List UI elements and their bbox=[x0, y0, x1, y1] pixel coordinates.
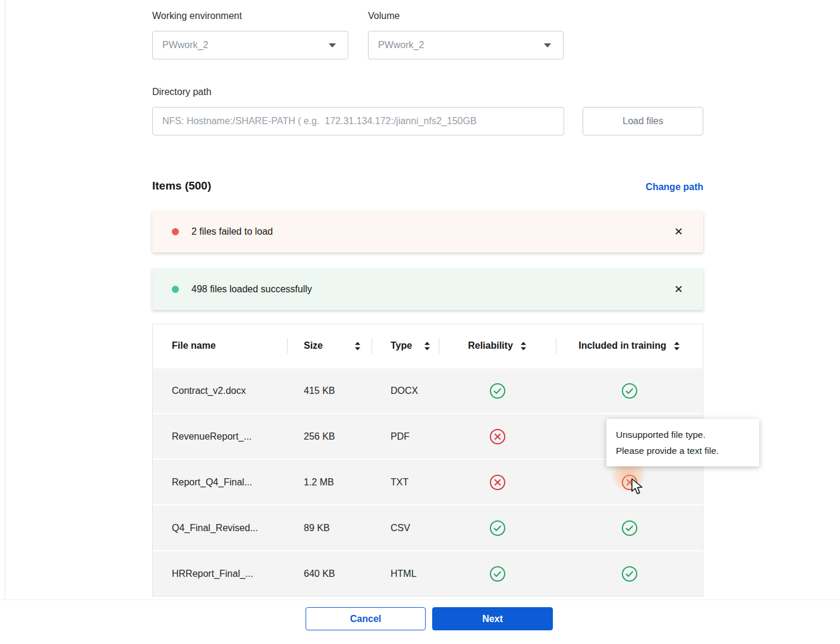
cross-circle-icon bbox=[489, 474, 506, 491]
panel-left-edge bbox=[5, 0, 5, 601]
tooltip-line-1: Unsupported file type. bbox=[616, 427, 750, 443]
directory-path-label: Directory path bbox=[152, 87, 212, 97]
column-header-included-in-training[interactable]: Included in training bbox=[556, 324, 703, 367]
working-environment-select[interactable]: PWwork_2 bbox=[152, 31, 348, 59]
error-banner-text: 2 files failed to load bbox=[191, 226, 273, 237]
error-banner: 2 files failed to load ✕ bbox=[152, 211, 703, 252]
sort-icon[interactable] bbox=[424, 342, 430, 351]
mouse-cursor bbox=[631, 478, 646, 498]
included-in-training-cell[interactable] bbox=[556, 368, 703, 413]
volume-value: PWwork_2 bbox=[378, 40, 424, 50]
column-label: Included in training bbox=[578, 340, 666, 351]
chevron-down-icon bbox=[544, 43, 551, 48]
footer: Cancel Next bbox=[0, 600, 840, 644]
working-environment-value: PWwork_2 bbox=[162, 40, 208, 50]
file-name-cell: Contract_v2.docx bbox=[153, 368, 287, 413]
error-dot-icon bbox=[172, 228, 179, 235]
next-button[interactable]: Next bbox=[432, 607, 553, 630]
sort-icon[interactable] bbox=[520, 342, 527, 351]
items-count-title: Items (500) bbox=[152, 179, 211, 192]
success-banner-text: 498 files loaded successfully bbox=[191, 284, 312, 295]
tooltip-line-2: Please provide a text file. bbox=[616, 443, 750, 459]
column-header-size[interactable]: Size bbox=[287, 324, 372, 367]
size-cell: 1.2 MB bbox=[287, 460, 372, 504]
type-cell: PDF bbox=[372, 414, 439, 459]
reliability-cell[interactable] bbox=[439, 506, 556, 550]
volume-select[interactable]: PWwork_2 bbox=[368, 31, 564, 59]
volume-label: Volume bbox=[368, 11, 399, 21]
check-circle-icon bbox=[621, 566, 638, 582]
file-name-cell: RevenueReport_... bbox=[153, 414, 287, 459]
check-circle-icon bbox=[621, 520, 638, 536]
cancel-button[interactable]: Cancel bbox=[306, 607, 426, 630]
size-cell: 415 KB bbox=[287, 368, 372, 413]
column-header-reliability[interactable]: Reliability bbox=[439, 324, 556, 367]
type-cell: CSV bbox=[372, 506, 439, 550]
chevron-down-icon bbox=[329, 43, 336, 48]
type-cell: DOCX bbox=[372, 368, 439, 413]
success-banner: 498 files loaded successfully ✕ bbox=[152, 269, 703, 310]
sort-icon[interactable] bbox=[674, 342, 680, 351]
reliability-cell[interactable] bbox=[439, 460, 556, 504]
close-icon[interactable]: ✕ bbox=[671, 223, 687, 241]
table-header-row: File nameSizeTypeReliabilityIncluded in … bbox=[153, 324, 703, 367]
change-path-link[interactable]: Change path bbox=[646, 182, 703, 192]
column-header-file-name: File name bbox=[153, 324, 287, 367]
check-circle-icon bbox=[489, 520, 506, 536]
load-files-button[interactable]: Load files bbox=[583, 107, 703, 135]
table-row: Q4_Final_Revised...89 KBCSV bbox=[153, 504, 703, 550]
check-circle-icon bbox=[489, 566, 506, 582]
check-circle-icon bbox=[621, 383, 638, 399]
column-label: File name bbox=[172, 340, 216, 351]
reliability-cell[interactable] bbox=[439, 551, 556, 596]
table-row: HRReport_Final_...640 KBHTML bbox=[153, 550, 703, 596]
working-environment-label: Working environment bbox=[152, 11, 242, 21]
sort-icon[interactable] bbox=[354, 342, 361, 351]
type-cell: TXT bbox=[372, 460, 439, 504]
size-cell: 89 KB bbox=[287, 506, 372, 550]
cross-circle-icon bbox=[489, 428, 506, 445]
column-label: Reliability bbox=[468, 340, 513, 351]
table-row: Contract_v2.docx415 KBDOCX bbox=[153, 367, 703, 413]
column-label: Type bbox=[391, 340, 412, 351]
included-in-training-cell[interactable] bbox=[556, 506, 703, 550]
type-cell: HTML bbox=[372, 551, 439, 596]
size-cell: 640 KB bbox=[287, 551, 372, 596]
unsupported-file-tooltip: Unsupported file type. Please provide a … bbox=[606, 419, 759, 466]
size-cell: 256 KB bbox=[287, 414, 372, 459]
reliability-cell[interactable] bbox=[439, 368, 556, 413]
page: Working environment PWwork_2 Volume PWwo… bbox=[0, 0, 840, 644]
check-circle-icon bbox=[489, 383, 506, 399]
close-icon[interactable]: ✕ bbox=[671, 280, 687, 298]
directory-path-input[interactable] bbox=[152, 107, 564, 135]
file-name-cell: Q4_Final_Revised... bbox=[153, 506, 287, 550]
column-header-type[interactable]: Type bbox=[372, 324, 439, 367]
file-name-cell: Report_Q4_Final... bbox=[153, 460, 287, 504]
included-in-training-cell[interactable] bbox=[556, 551, 703, 596]
column-label: Size bbox=[304, 340, 323, 351]
file-name-cell: HRReport_Final_... bbox=[153, 551, 287, 596]
reliability-cell[interactable] bbox=[439, 414, 556, 459]
success-dot-icon bbox=[172, 286, 179, 293]
